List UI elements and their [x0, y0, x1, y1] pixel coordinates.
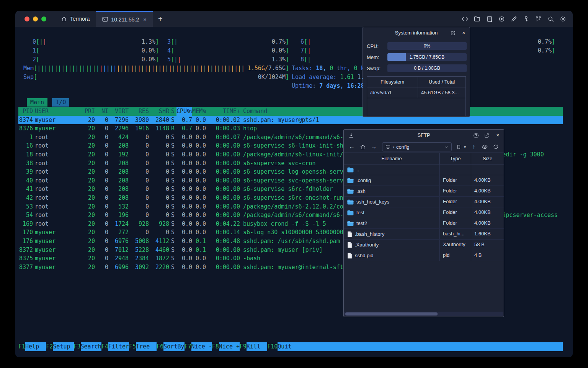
meter-label: Mem	[23, 64, 34, 73]
pencil-icon[interactable]	[510, 15, 518, 23]
forward-icon[interactable]: →	[369, 142, 379, 151]
home-directory-icon[interactable]	[358, 142, 368, 151]
key-icon[interactable]	[522, 15, 530, 23]
fkey-f8[interactable]: F8	[212, 342, 219, 351]
tab-ssh-session[interactable]: 10.211.55.2 ×	[96, 11, 153, 27]
fkey-action-help[interactable]: Help	[25, 342, 46, 351]
column-header-pid[interactable]: PID	[18, 107, 35, 116]
cell: 0	[149, 202, 169, 211]
search-icon[interactable]	[547, 15, 554, 23]
fkey-f6[interactable]: F6	[157, 342, 163, 351]
record-icon[interactable]	[498, 15, 505, 23]
horizontal-scrollbar[interactable]	[344, 312, 503, 316]
fkey-action-filter[interactable]: Filter	[108, 342, 129, 351]
settings-icon[interactable]	[559, 15, 567, 23]
file-row[interactable]: .sshFolder4.00KB	[344, 186, 504, 197]
bookmark-icon[interactable]	[455, 142, 462, 151]
show-hidden-files-icon[interactable]	[480, 142, 489, 151]
process-row[interactable]: 8374myuser200729639802840S0.70.00:00.02s…	[18, 116, 563, 125]
fkey-action-nice+[interactable]: Nice +	[219, 342, 240, 351]
code-icon[interactable]	[461, 15, 469, 23]
back-icon[interactable]: ←	[347, 142, 356, 151]
fkey-f2[interactable]: F2	[46, 342, 53, 351]
zoom-window-button[interactable]	[41, 16, 46, 21]
fkey-action-setup[interactable]: Setup	[53, 342, 74, 351]
column-header-virt[interactable]: VIRT	[108, 107, 129, 116]
cell: 1872	[149, 254, 169, 263]
file-name-cell: ..	[344, 164, 440, 175]
view-tab-main[interactable]: Main	[27, 98, 47, 107]
file-size-cell: 58 B	[471, 240, 504, 250]
fkey-f10[interactable]: F10	[267, 342, 278, 351]
refresh-icon[interactable]	[491, 142, 500, 151]
column-header-user[interactable]: USER	[35, 107, 82, 116]
open-in-window-icon[interactable]	[484, 130, 490, 141]
cell: 0:00.00	[206, 194, 240, 202]
chevron-down-icon[interactable]	[444, 145, 449, 150]
help-icon[interactable]	[473, 130, 479, 141]
open-in-window-icon[interactable]	[450, 27, 456, 39]
minimize-window-button[interactable]	[33, 16, 38, 21]
close-panel-icon[interactable]: ×	[496, 130, 499, 141]
fkey-f1[interactable]: F1	[18, 342, 25, 351]
file-row[interactable]: .XauthorityXauthority58 B	[344, 240, 504, 250]
sftp-toolbar: ← → › config ▾ ↑	[344, 141, 504, 153]
tab-termora-home[interactable]: Termora	[55, 11, 96, 27]
meter-label: 0	[33, 38, 36, 46]
sftp-column-header-filename[interactable]: Filename	[344, 153, 440, 164]
cell: 0	[95, 150, 108, 159]
bookmark-dropdown-caret[interactable]: ▾	[462, 142, 467, 151]
scrollbar-thumb[interactable]	[345, 312, 438, 315]
titlebar: Termora 10.211.55.2 × +	[15, 11, 573, 27]
sftp-column-header-size[interactable]: Size	[471, 153, 504, 164]
close-panel-icon[interactable]: ×	[462, 27, 465, 39]
column-header-ni[interactable]: NI	[95, 107, 108, 116]
folder-icon[interactable]	[473, 15, 481, 23]
fkey-action-kill[interactable]: Kill	[247, 342, 267, 351]
file-row[interactable]: .configFolder4.00KB	[344, 175, 504, 186]
fkey-action-nice-[interactable]: Nice -	[191, 342, 212, 351]
download-icon[interactable]	[348, 130, 354, 141]
fkey-f4[interactable]: F4	[101, 342, 108, 351]
fs-column-header[interactable]: Filesystem	[367, 77, 418, 87]
fkey-action-sortby[interactable]: SortBy	[163, 342, 184, 351]
file-row[interactable]: .bash_historybash_hi...1.60KB	[344, 229, 504, 240]
meter-bar-segment: |	[174, 38, 178, 45]
branch-icon[interactable]	[534, 15, 542, 23]
column-header-cpu[interactable]: CPU%▽	[176, 107, 192, 116]
fkey-f3[interactable]: F3	[74, 342, 81, 351]
cell: 0	[95, 211, 108, 220]
path-breadcrumb[interactable]: › config	[382, 142, 452, 151]
column-header-shr[interactable]: SHR	[149, 107, 169, 116]
column-header-time+[interactable]: TIME+	[206, 107, 240, 116]
file-row[interactable]: ssh_host_keysFolder4.00KB	[344, 197, 504, 207]
fkey-f9[interactable]: F9	[240, 342, 247, 351]
sftp-column-header-type[interactable]: Type	[440, 153, 471, 164]
fkey-action-quit[interactable]: Quit	[278, 342, 563, 351]
new-tab-button[interactable]: +	[153, 11, 168, 27]
fkey-f7[interactable]: F7	[185, 342, 191, 351]
value-rest: 012	[118, 246, 129, 253]
fs-column-header[interactable]: Used / Total	[418, 77, 466, 87]
cell: root	[35, 133, 82, 142]
parent-directory-icon[interactable]: ↑	[469, 142, 478, 151]
column-header-s[interactable]: S	[169, 107, 176, 116]
file-row[interactable]: test2Folder4.00KB	[344, 218, 504, 229]
cell: 208	[108, 185, 129, 194]
meter-close-bracket: ]	[286, 46, 289, 55]
column-header-pri[interactable]: PRI	[82, 107, 95, 116]
file-row[interactable]: ..	[344, 164, 504, 175]
fkey-action-tree[interactable]: Tree	[136, 342, 157, 351]
column-header-res[interactable]: RES	[129, 107, 149, 116]
column-header-mem[interactable]: MEM%	[192, 107, 206, 116]
close-tab-icon[interactable]: ×	[143, 16, 147, 23]
notes-icon[interactable]	[485, 15, 493, 23]
file-row[interactable]: testFolder4.00KB	[344, 207, 504, 218]
filesystem-row[interactable]: /dev/vda145.61GB / 58.3...	[367, 87, 466, 98]
view-tab-io[interactable]: I/O	[52, 98, 69, 107]
fkey-action-search[interactable]: Search	[81, 342, 101, 351]
close-window-button[interactable]	[24, 16, 29, 21]
file-name-cell: test	[344, 207, 440, 218]
fkey-f5[interactable]: F5	[129, 342, 136, 351]
file-row[interactable]: sshd.pidpid4 B	[344, 250, 504, 261]
